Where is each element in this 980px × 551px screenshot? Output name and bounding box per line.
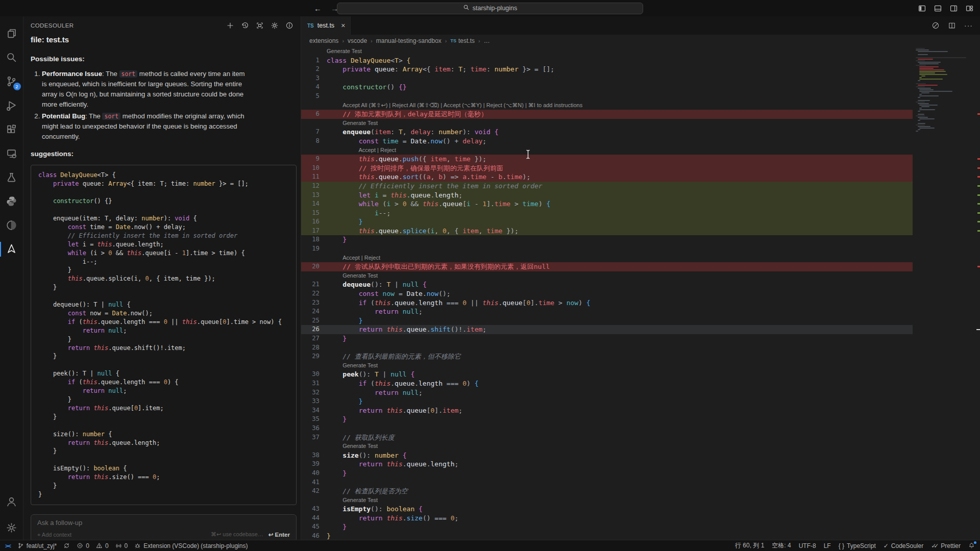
- activitybar-item-source-control[interactable]: 2: [0, 69, 23, 93]
- forward-arrow-icon[interactable]: →: [331, 4, 338, 13]
- statusbar-encoding[interactable]: UTF-8: [799, 542, 816, 549]
- code-line-24[interactable]: 24 return null;: [301, 307, 913, 316]
- code-line-14[interactable]: 14 while (i > 0 && this.queue[i - 1].tim…: [301, 199, 913, 209]
- settings-button[interactable]: [271, 21, 279, 30]
- statusbar-ports[interactable]: 0: [115, 542, 128, 549]
- code-line-10[interactable]: 10 // 按时间排序，确保最早到期的元素在队列前面: [301, 164, 913, 173]
- code-line-20[interactable]: 20 // 尝试从队列中取出已到期的元素，如果没有到期的元素，返回null: [301, 262, 913, 271]
- codelens[interactable]: Accept | Reject: [301, 254, 913, 263]
- minimap[interactable]: [915, 47, 976, 540]
- code-line-42[interactable]: 42 // 检查队列是否为空: [301, 487, 913, 496]
- breadcrumb-item[interactable]: extensions: [309, 37, 338, 44]
- activitybar-item-accounts[interactable]: [0, 492, 23, 516]
- statusbar-codesouler-status[interactable]: ✓CodeSouler: [884, 542, 923, 549]
- breadcrumb-item[interactable]: vscode: [348, 37, 367, 44]
- code-line-25[interactable]: 25 }: [301, 316, 913, 325]
- code-line-5[interactable]: 5: [301, 92, 913, 101]
- breadcrumb-item[interactable]: manual-testing-sandbox: [376, 37, 442, 44]
- back-arrow-icon[interactable]: ←: [314, 4, 322, 13]
- activitybar-item-search[interactable]: [0, 45, 23, 69]
- statusbar-debug-session[interactable]: Extension (VSCode) (starship-plugins): [134, 542, 248, 549]
- statusbar-language-mode[interactable]: { }TypeScript: [839, 542, 876, 549]
- add-context-button[interactable]: + Add context: [37, 532, 71, 538]
- code-line-26[interactable]: 26 return this.queue.shift()!.item;: [301, 325, 913, 334]
- statusbar-sync[interactable]: [63, 542, 70, 549]
- breadcrumb-item[interactable]: …: [484, 37, 490, 44]
- codelens[interactable]: Generate Test: [301, 442, 913, 451]
- statusbar-prettier-status[interactable]: ✓✓Prettier: [931, 542, 961, 549]
- statusbar-git-branch[interactable]: feat/ut_zyj*: [17, 542, 57, 549]
- activitybar-item-explorer[interactable]: [0, 21, 23, 45]
- code-line-2[interactable]: 2 private queue: Array<{ item: T; time: …: [301, 65, 913, 74]
- code-line-36[interactable]: 36: [301, 424, 913, 433]
- breadcrumb[interactable]: extensions›vscode›manual-testing-sandbox…: [301, 35, 980, 47]
- code-line-6[interactable]: 6 // 添加元素到队列，delay是延迟时间（毫秒）: [301, 110, 913, 119]
- followup-input[interactable]: Ask a follow-up + Add context ⌘↩ use cod…: [31, 514, 297, 540]
- statusbar-warnings[interactable]: 0: [96, 542, 109, 549]
- layout-panel-icon[interactable]: [934, 4, 942, 13]
- info-button[interactable]: [285, 21, 293, 30]
- layout-sidebar-left-icon[interactable]: [918, 4, 926, 13]
- code-line-32[interactable]: 32 return null;: [301, 388, 913, 397]
- code-line-13[interactable]: 13 let i = this.queue.length;: [301, 191, 913, 200]
- code-line-9[interactable]: 9 this.queue.push({ item, time });: [301, 155, 913, 164]
- enter-button[interactable]: ↩ Enter: [268, 531, 290, 538]
- activitybar-item-remote-explorer[interactable]: [0, 141, 23, 165]
- code-line-40[interactable]: 40 }: [301, 469, 913, 478]
- activitybar-item-run-and-debug[interactable]: [0, 93, 23, 117]
- code-line-29[interactable]: 29 // 查看队列最前面的元素，但不移除它: [301, 352, 913, 361]
- statusbar-remote-indicator[interactable]: ><: [5, 543, 11, 549]
- activitybar-item-python[interactable]: [0, 189, 23, 213]
- code-line-30[interactable]: 30 peek(): T | null {: [301, 370, 913, 379]
- code-line-12[interactable]: 12 // Efficiently insert the item in sor…: [301, 182, 913, 191]
- code-line-19[interactable]: 19: [301, 244, 913, 254]
- code-line-43[interactable]: 43 isEmpty(): boolean {: [301, 505, 913, 514]
- code-line-23[interactable]: 23 if (this.queue.length === 0 || this.q…: [301, 298, 913, 308]
- ellipsis-icon[interactable]: ···: [964, 21, 973, 30]
- code-line-35[interactable]: 35 }: [301, 415, 913, 424]
- statusbar-eol[interactable]: LF: [824, 542, 831, 549]
- activitybar-item-extensions[interactable]: [0, 117, 23, 141]
- split-editor-icon[interactable]: [948, 21, 956, 30]
- code-line-33[interactable]: 33 }: [301, 397, 913, 406]
- close-tab-icon[interactable]: ×: [341, 21, 345, 30]
- layout-sidebar-right-icon[interactable]: [949, 4, 958, 13]
- code-line-15[interactable]: 15 i--;: [301, 209, 913, 218]
- code-line-18[interactable]: 18 }: [301, 235, 913, 244]
- statusbar-cursor-position[interactable]: 行 60, 列 1: [735, 541, 764, 550]
- codelens[interactable]: Accept All (⌘⇧↩) | Reject All (⌘⇧⌫) | Ac…: [301, 101, 913, 110]
- statusbar-errors[interactable]: 0: [77, 542, 89, 549]
- code-line-28[interactable]: 28: [301, 343, 913, 353]
- code-line-34[interactable]: 34 return this.queue[0].item;: [301, 406, 913, 415]
- activitybar-item-manage[interactable]: [0, 516, 23, 540]
- code-line-11[interactable]: 11 this.queue.sort((a, b) => a.time - b.…: [301, 172, 913, 182]
- breadcrumb-item[interactable]: TStest.ts: [451, 37, 475, 44]
- activitybar-item-codesouler[interactable]: [0, 237, 23, 261]
- code-line-4[interactable]: 4 constructor() {}: [301, 83, 913, 92]
- activitybar-item-gitlens[interactable]: [0, 213, 23, 237]
- codelens[interactable]: Generate Test: [301, 271, 913, 281]
- new-chat-button[interactable]: [226, 21, 234, 30]
- codelens[interactable]: Generate Test: [301, 119, 913, 128]
- code-editor[interactable]: Generate Test1class DelayQueue<T> {2 pri…: [301, 47, 980, 540]
- statusbar-indentation[interactable]: 空格: 4: [772, 541, 791, 550]
- code-line-46[interactable]: 46}: [301, 532, 913, 540]
- activitybar-item-testing[interactable]: [0, 165, 23, 189]
- code-line-37[interactable]: 37 // 获取队列长度: [301, 433, 913, 442]
- tab-test-ts[interactable]: TS test.ts ×: [301, 16, 352, 35]
- command-center-search[interactable]: starship-plugins: [337, 3, 643, 14]
- codelens[interactable]: Generate Test: [301, 361, 913, 370]
- code-line-39[interactable]: 39 return this.queue.length;: [301, 460, 913, 469]
- circle-slash-icon[interactable]: [932, 21, 940, 30]
- code-line-38[interactable]: 38 size(): number {: [301, 451, 913, 460]
- code-line-45[interactable]: 45 }: [301, 522, 913, 532]
- statusbar-notifications[interactable]: [968, 542, 975, 549]
- code-line-44[interactable]: 44 return this.size() === 0;: [301, 514, 913, 523]
- code-line-8[interactable]: 8 const time = Date.now() + delay;: [301, 137, 913, 146]
- codelens[interactable]: Generate Test: [301, 496, 913, 505]
- layout-grid-icon[interactable]: [965, 4, 974, 13]
- history-button[interactable]: [241, 21, 249, 30]
- codelens[interactable]: Generate Test: [301, 47, 913, 56]
- code-line-21[interactable]: 21 dequeue(): T | null {: [301, 280, 913, 289]
- code-line-17[interactable]: 17 this.queue.splice(i, 0, { item, time …: [301, 227, 913, 236]
